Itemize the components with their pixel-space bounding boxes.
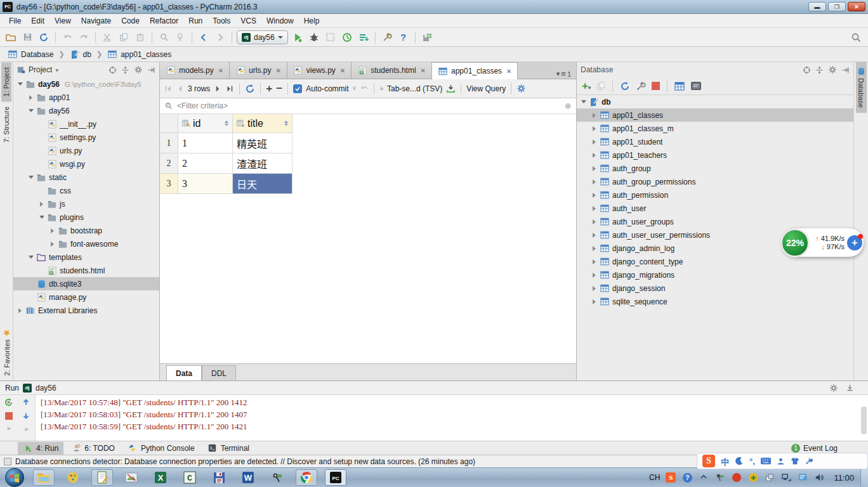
project-tree-item[interactable]: font-awesome: [13, 237, 159, 250]
open-icon[interactable]: [4, 30, 18, 44]
revert-icon[interactable]: [360, 84, 369, 93]
menu-run[interactable]: Run: [183, 15, 207, 27]
row-number-cell[interactable]: 3: [160, 174, 178, 194]
sync-schema-icon[interactable]: [620, 81, 630, 91]
export-download-icon[interactable]: [446, 84, 456, 93]
menu-navigate[interactable]: Navigate: [76, 15, 116, 27]
editor-tab-models.py[interactable]: models.py✕: [160, 62, 230, 79]
gear-icon[interactable]: [134, 65, 143, 74]
right-arrow-icon[interactable]: [591, 233, 597, 238]
chevron-down-icon[interactable]: ˅: [353, 85, 357, 92]
breadcrumb-item[interactable]: db: [67, 49, 94, 60]
locate-icon[interactable]: [109, 66, 117, 74]
duplicate-icon[interactable]: [596, 82, 605, 91]
menu-vcs[interactable]: VCS: [235, 15, 261, 27]
tool-button-favorites[interactable]: 2: Favorites: [1, 323, 12, 380]
project-tree-item[interactable]: db.sqlite3: [13, 277, 159, 290]
settings-wrench-icon[interactable]: [380, 30, 394, 44]
run-manage-icon[interactable]: [357, 30, 371, 44]
project-tree-item[interactable]: settings.py: [13, 131, 159, 144]
database-tree-item[interactable]: auth_group_permissions: [577, 175, 853, 188]
redo-icon[interactable]: [77, 30, 91, 44]
right-arrow-icon[interactable]: [591, 179, 597, 185]
tray-volume-icon[interactable]: [813, 472, 825, 483]
column-header-id[interactable]: id: [178, 114, 233, 133]
database-tree-item[interactable]: app01_teachers: [577, 148, 853, 162]
run-configuration-select[interactable]: dj day56: [237, 30, 288, 44]
breadcrumb-item[interactable]: Database: [5, 49, 56, 60]
cell-id[interactable]: 1: [178, 133, 233, 153]
tray-network-icon[interactable]: [780, 472, 792, 483]
database-tree-item[interactable]: app01_classes: [577, 108, 853, 122]
taskbar-app-pycharm[interactable]: PC: [325, 469, 346, 486]
add-row-icon[interactable]: +: [266, 82, 272, 95]
tray-expand-icon[interactable]: [698, 472, 709, 483]
database-tree-item[interactable]: app01_student: [577, 135, 853, 148]
down-arrow-icon[interactable]: [17, 82, 23, 86]
project-tree-item[interactable]: css: [13, 184, 159, 197]
taskbar-app-excel[interactable]: X: [150, 469, 171, 486]
console-scrollbar[interactable]: [861, 406, 867, 434]
collapse-all-icon[interactable]: [815, 66, 824, 74]
right-arrow-icon[interactable]: [591, 113, 597, 118]
open-table-icon[interactable]: [674, 81, 685, 91]
project-tree-item[interactable]: plugins: [13, 211, 159, 224]
right-arrow-icon[interactable]: [591, 193, 597, 198]
back-icon[interactable]: [197, 30, 211, 44]
right-arrow-icon[interactable]: [28, 95, 34, 100]
last-page-icon[interactable]: [225, 84, 234, 93]
save-icon[interactable]: [20, 30, 34, 44]
gear-icon[interactable]: [828, 65, 837, 74]
filter-criteria-input[interactable]: <Filter criteria>: [177, 101, 228, 110]
project-tree-item[interactable]: External Libraries: [13, 304, 159, 317]
database-tree-item[interactable]: auth_user_groups: [577, 215, 853, 228]
database-tree-item[interactable]: auth_permission: [577, 188, 853, 202]
toolbox-wrench-icon[interactable]: [805, 457, 813, 465]
right-arrow-icon[interactable]: [591, 246, 597, 251]
taskbar-app-pin-tool[interactable]: [266, 469, 288, 486]
delete-row-icon[interactable]: −: [276, 82, 282, 95]
find-icon[interactable]: [157, 30, 171, 44]
run-icon[interactable]: [291, 30, 305, 44]
filter-search-icon[interactable]: [165, 102, 173, 110]
network-speed-widget[interactable]: 22% ↑41.9K/s ↓97K/s +: [782, 228, 864, 257]
debug-icon[interactable]: [307, 30, 321, 44]
cell-id[interactable]: 2: [178, 153, 233, 174]
fullhalf-moon-icon[interactable]: [735, 457, 744, 465]
gutter-overflow-icon[interactable]: »: [7, 425, 11, 432]
hide-panel-icon[interactable]: [147, 66, 155, 74]
down-arrow-icon[interactable]: [39, 216, 44, 219]
chinese-mode-icon[interactable]: 中: [721, 455, 729, 467]
tray-help-icon[interactable]: ?: [681, 472, 693, 483]
editor-tab-urls.py[interactable]: urls.py✕: [230, 62, 287, 79]
right-arrow-icon[interactable]: [591, 273, 597, 278]
sync-icon[interactable]: [37, 30, 51, 44]
accelerate-plus-button[interactable]: +: [847, 235, 862, 250]
column-header-title[interactable]: title: [233, 114, 293, 133]
row-number-cell[interactable]: 2: [160, 153, 178, 174]
taskbar-app-console-c[interactable]: C: [179, 469, 201, 486]
cut-icon[interactable]: [100, 30, 114, 44]
replace-icon[interactable]: [173, 30, 187, 44]
help-icon[interactable]: ?: [397, 30, 411, 44]
close-button[interactable]: ✕: [848, 2, 865, 11]
project-tree-item[interactable]: day56: [13, 104, 159, 117]
run-console[interactable]: [13/Mar/2017 10:57:48] "GET /students/ H…: [36, 395, 868, 441]
forward-icon[interactable]: [213, 30, 227, 44]
tab-list-dropdown[interactable]: ▾≡1: [551, 69, 576, 79]
down-arrow-icon[interactable]: [28, 176, 34, 179]
status-toggle-icon[interactable]: [4, 458, 11, 465]
editor-tab-students.html[interactable]: Hstudents.html✕: [352, 62, 432, 79]
undo-icon[interactable]: [60, 30, 74, 44]
database-tree-item[interactable]: django_session: [577, 282, 853, 295]
project-tree-item[interactable]: js: [13, 197, 159, 211]
editor-tab-app01_classes[interactable]: app01_classes✕: [432, 62, 518, 79]
right-arrow-icon[interactable]: [39, 202, 44, 207]
right-arrow-icon[interactable]: [591, 206, 597, 211]
rerun-icon[interactable]: [4, 398, 13, 407]
menu-tools[interactable]: Tools: [207, 15, 235, 27]
show-desktop-button[interactable]: [860, 468, 868, 487]
stop-icon[interactable]: [652, 82, 660, 90]
export-format-label[interactable]: Tab-se...d (TSV): [387, 84, 442, 93]
collapse-all-icon[interactable]: [121, 66, 129, 74]
